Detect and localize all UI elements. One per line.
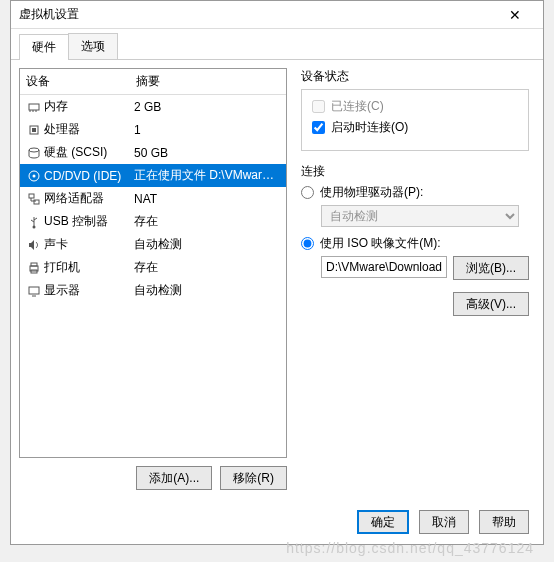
device-name: 内存 (44, 98, 68, 115)
col-summary: 摘要 (136, 73, 160, 90)
svg-point-6 (29, 148, 39, 152)
use-iso-radio[interactable]: 使用 ISO 映像文件(M): (301, 235, 529, 252)
device-row-net[interactable]: 网络适配器NAT (20, 187, 286, 210)
left-panel: 设备 摘要 内存2 GB处理器1硬盘 (SCSI)50 GBCD/DVD (ID… (19, 68, 287, 490)
display-icon (26, 284, 42, 298)
svg-rect-9 (29, 194, 34, 198)
device-summary: 自动检测 (134, 236, 280, 253)
vm-settings-dialog: 虚拟机设置 ✕ 硬件 选项 设备 摘要 内存2 GB处理器1硬盘 (SCSI)5… (10, 0, 544, 545)
connect-at-power-label: 启动时连接(O) (331, 119, 408, 136)
device-row-memory[interactable]: 内存2 GB (20, 95, 286, 118)
tab-options[interactable]: 选项 (68, 33, 118, 59)
device-name: 处理器 (44, 121, 80, 138)
advanced-button[interactable]: 高级(V)... (453, 292, 529, 316)
svg-rect-0 (29, 104, 39, 110)
use-iso-input[interactable] (301, 237, 314, 250)
device-row-display[interactable]: 显示器自动检测 (20, 279, 286, 302)
device-name: 硬盘 (SCSI) (44, 144, 107, 161)
titlebar: 虚拟机设置 ✕ (11, 1, 543, 29)
tab-hardware[interactable]: 硬件 (19, 34, 69, 60)
device-name: 打印机 (44, 259, 80, 276)
svg-rect-16 (29, 287, 39, 294)
connect-at-power-input[interactable] (312, 121, 325, 134)
device-summary: 1 (134, 123, 280, 137)
memory-icon (26, 100, 42, 114)
connect-at-power-checkbox[interactable]: 启动时连接(O) (312, 119, 518, 136)
device-name: USB 控制器 (44, 213, 108, 230)
device-buttons: 添加(A)... 移除(R) (19, 458, 287, 490)
svg-rect-14 (31, 263, 37, 266)
device-name: 网络适配器 (44, 190, 104, 207)
device-summary: 2 GB (134, 100, 280, 114)
browse-button[interactable]: 浏览(B)... (453, 256, 529, 280)
add-button[interactable]: 添加(A)... (136, 466, 212, 490)
use-physical-radio[interactable]: 使用物理驱动器(P): (301, 184, 529, 201)
device-name: 声卡 (44, 236, 68, 253)
cpu-icon (26, 123, 42, 137)
sound-icon (26, 238, 42, 252)
dialog-footer: 确定 取消 帮助 (357, 510, 529, 534)
physical-drive-select: 自动检测 (321, 205, 519, 227)
right-panel: 设备状态 已连接(C) 启动时连接(O) 连接 使用物理驱动器(P): (287, 68, 535, 490)
tab-strip: 硬件 选项 (11, 29, 543, 60)
device-row-usb[interactable]: USB 控制器存在 (20, 210, 286, 233)
connected-checkbox: 已连接(C) (312, 98, 518, 115)
device-row-hdd[interactable]: 硬盘 (SCSI)50 GB (20, 141, 286, 164)
device-list: 设备 摘要 内存2 GB处理器1硬盘 (SCSI)50 GBCD/DVD (ID… (19, 68, 287, 458)
close-icon[interactable]: ✕ (495, 7, 535, 23)
status-group-label: 设备状态 (301, 68, 529, 85)
device-summary: 存在 (134, 259, 280, 276)
printer-icon (26, 261, 42, 275)
window-title: 虚拟机设置 (19, 6, 495, 23)
remove-button[interactable]: 移除(R) (220, 466, 287, 490)
cancel-button[interactable]: 取消 (419, 510, 469, 534)
use-physical-label: 使用物理驱动器(P): (320, 184, 423, 201)
ok-button[interactable]: 确定 (357, 510, 409, 534)
svg-rect-5 (32, 128, 36, 132)
help-button[interactable]: 帮助 (479, 510, 529, 534)
svg-point-8 (33, 174, 36, 177)
device-summary: 自动检测 (134, 282, 280, 299)
connection-group: 使用物理驱动器(P): 自动检测 使用 ISO 映像文件(M): 浏览(B)..… (301, 184, 529, 316)
device-summary: 正在使用文件 D:\VMware\Dow... (134, 167, 280, 184)
connected-input (312, 100, 325, 113)
device-name: CD/DVD (IDE) (44, 169, 121, 183)
device-summary: NAT (134, 192, 280, 206)
cd-icon (26, 169, 42, 183)
device-row-cpu[interactable]: 处理器1 (20, 118, 286, 141)
use-iso-label: 使用 ISO 映像文件(M): (320, 235, 441, 252)
status-group: 已连接(C) 启动时连接(O) (301, 89, 529, 151)
connection-group-label: 连接 (301, 163, 529, 180)
device-row-sound[interactable]: 声卡自动检测 (20, 233, 286, 256)
content-area: 设备 摘要 内存2 GB处理器1硬盘 (SCSI)50 GBCD/DVD (ID… (11, 60, 543, 498)
col-device: 设备 (26, 73, 136, 90)
network-icon (26, 192, 42, 206)
use-physical-input[interactable] (301, 186, 314, 199)
usb-icon (26, 215, 42, 229)
iso-path-input[interactable] (321, 256, 447, 278)
device-row-printer[interactable]: 打印机存在 (20, 256, 286, 279)
disk-icon (26, 146, 42, 160)
device-name: 显示器 (44, 282, 80, 299)
connected-label: 已连接(C) (331, 98, 384, 115)
device-summary: 50 GB (134, 146, 280, 160)
device-summary: 存在 (134, 213, 280, 230)
device-row-cd[interactable]: CD/DVD (IDE)正在使用文件 D:\VMware\Dow... (20, 164, 286, 187)
device-list-header: 设备 摘要 (20, 69, 286, 95)
